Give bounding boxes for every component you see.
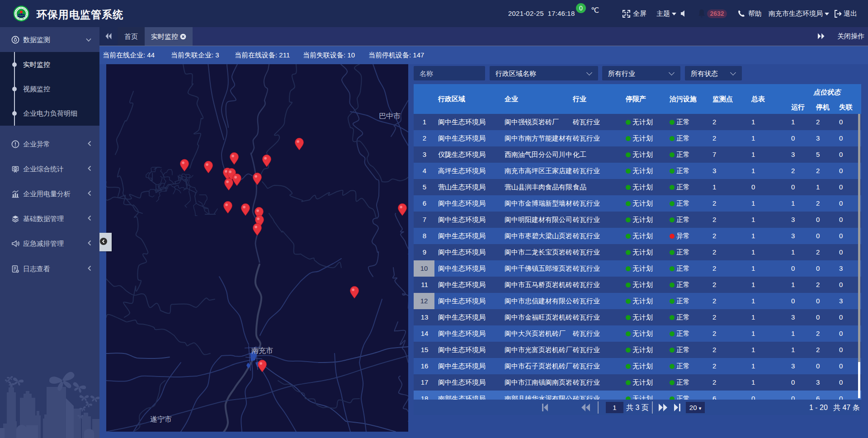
svg-text:南充市: 南充市	[251, 347, 273, 354]
svg-text:遂宁市: 遂宁市	[150, 415, 172, 423]
svg-text:巴中市: 巴中市	[379, 112, 401, 120]
